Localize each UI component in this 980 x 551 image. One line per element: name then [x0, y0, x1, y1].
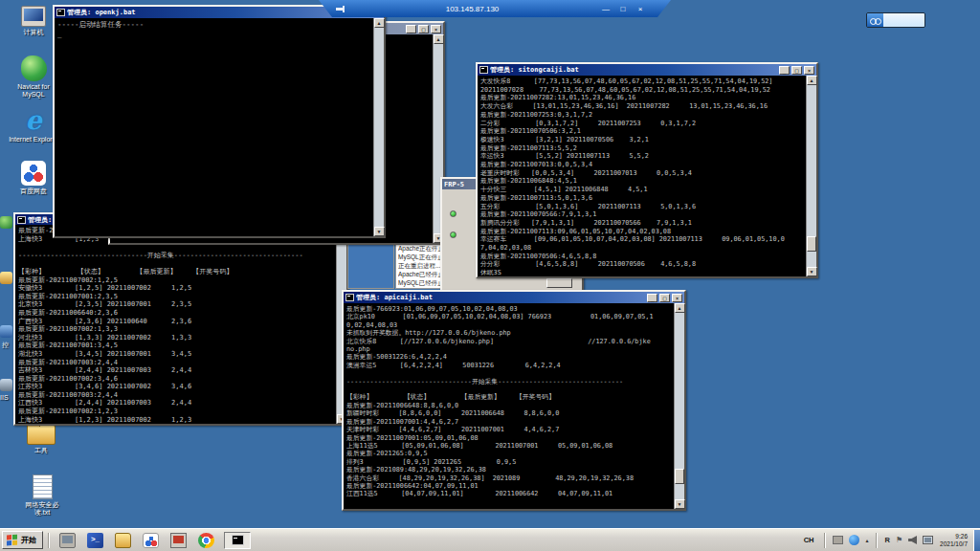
openkj-window-title: 管理员: openkj.bat [67, 8, 345, 17]
desktop-icon-label: 工具 [15, 447, 67, 454]
scroll-up-icon[interactable]: ▲ [434, 34, 444, 44]
tray-r-icon[interactable]: R [884, 536, 889, 544]
quicklaunch-remote-tool-icon[interactable] [170, 533, 187, 548]
caiji-terminal-output: 最后更新-20211007002:1 上海快3 [1,2,3 ---------… [15, 225, 346, 424]
openkj-terminal-output: -----启动结算任务----- _ [55, 18, 384, 236]
caiji-terminal-text: 最后更新-20211007002:1 上海快3 [1,2,3 ---------… [15, 225, 346, 424]
partial-desktop-icon[interactable] [0, 325, 12, 338]
rdp-connection-bar[interactable]: 103.145.87.130 — □ × [319, 0, 671, 17]
computer-icon [21, 6, 46, 27]
background-window-fragment [347, 237, 394, 289]
sitong-window-title: 管理员: sitongcaiji.bat [490, 65, 777, 75]
minimize-button[interactable]: _ [406, 25, 416, 33]
pin-icon[interactable] [336, 5, 345, 13]
scroll-up-icon[interactable]: ▲ [807, 76, 817, 85]
maximize-button[interactable]: □ [659, 294, 670, 302]
navicat-icon [21, 55, 47, 81]
rdp-minimize-button[interactable]: — [600, 5, 612, 13]
taskbar-separator [48, 533, 49, 548]
tray-app-icon[interactable] [849, 535, 859, 545]
scrollbar-thumb[interactable] [675, 469, 684, 484]
status-green-dot [450, 210, 457, 217]
rdp-restore-button[interactable]: □ [617, 5, 629, 13]
quicklaunch-powershell-icon[interactable] [87, 533, 103, 548]
minimize-button[interactable]: _ [779, 66, 790, 75]
volume-icon[interactable] [908, 536, 917, 544]
maximize-button[interactable]: □ [418, 25, 429, 33]
desktop-icon-label: 百度网盘 [8, 187, 59, 195]
text-file-icon [33, 474, 53, 499]
rdp-address: 103.145.87.130 [345, 5, 600, 13]
desktop-icon-label: 网络安全必读.txt [21, 501, 63, 517]
widget-logo-icon [867, 13, 883, 27]
cmd-icon [56, 9, 65, 16]
tray-clock[interactable]: 9:26 2021/10/7 [940, 533, 968, 548]
remote-desktop-screen: { "remote_bar": {"title": "103.145.87.13… [0, 0, 980, 551]
rdp-close-button[interactable]: × [635, 5, 646, 13]
api-terminal-output: 最后更新-766923:01,06,09,07,05,10,02,04,08,0… [344, 303, 684, 509]
scroll-down-icon[interactable]: ▼ [675, 499, 685, 509]
taskbar-separator [876, 533, 877, 548]
internet-explorer-icon [20, 107, 47, 134]
sitong-scrollbar[interactable]: ▲ ▼ [806, 76, 816, 276]
partial-desktop-icon[interactable] [0, 379, 12, 391]
sitong-title-bar[interactable]: 管理员: sitongcaiji.bat _ □ × [478, 64, 816, 76]
desktop-icon-ie[interactable]: Internet Explorer [8, 107, 59, 143]
api-scrollbar[interactable]: ▲ ▼ [674, 303, 684, 509]
scroll-down-icon[interactable]: ▼ [807, 267, 817, 276]
close-button[interactable]: × [672, 294, 682, 302]
clock-time: 9:26 [955, 533, 968, 540]
maximize-button[interactable]: □ [791, 66, 802, 75]
cmd-icon [17, 216, 26, 224]
partial-desktop-icon[interactable] [0, 272, 12, 284]
taskbar: 开始 CH ▴ R ⚑ 9:26 2021/10/7 [0, 528, 980, 551]
close-button[interactable]: × [804, 66, 814, 75]
quicklaunch-baidu-netdisk-icon[interactable] [143, 533, 159, 548]
show-desktop-button[interactable] [973, 530, 980, 551]
tray-device-icon[interactable] [833, 536, 843, 544]
tray-flag-icon[interactable]: ⚑ [896, 536, 902, 544]
frp-button[interactable] [546, 278, 572, 288]
start-button[interactable]: 开始 [2, 531, 43, 549]
desktop-icon-security-txt[interactable]: 网络安全必读.txt [13, 474, 71, 517]
desktop-icon-navicat[interactable]: Navicat for MySQL [8, 55, 59, 99]
tray-expand-icon[interactable]: ▴ [865, 537, 868, 543]
desktop-icon-label: Internet Explorer [8, 136, 59, 143]
network-icon[interactable] [923, 536, 933, 544]
clock-date: 2021/10/7 [940, 540, 968, 547]
start-button-label: 开始 [21, 535, 36, 545]
partial-desktop-icon[interactable] [0, 216, 12, 229]
cmd-window-apicaiji: 管理员: apicaiji.bat _ □ × 最后更新-766923:01,0… [342, 290, 686, 511]
partial-icon-label: IIS [0, 394, 9, 401]
minimize-button[interactable]: _ [647, 294, 657, 302]
openkj-scrollbar[interactable]: ▲ ▼ [373, 18, 384, 236]
sitong-terminal-output: 大发快乐8 [77,73,13,56,07,48,60,05,67,02,12,… [478, 76, 816, 276]
desktop-widget[interactable] [866, 12, 925, 28]
scrollbar-thumb[interactable] [807, 236, 816, 252]
cmd-icon [345, 294, 354, 301]
api-title-bar[interactable]: 管理员: apicaiji.bat _ □ × [344, 292, 684, 303]
desktop-icon-tools-folder[interactable]: 工具 [15, 425, 67, 454]
language-indicator[interactable]: CH [801, 535, 817, 545]
scroll-down-icon[interactable]: ▼ [374, 227, 385, 236]
quicklaunch-explorer-icon[interactable] [115, 533, 131, 548]
desktop-icon-label: Navicat for MySQL [8, 83, 59, 99]
scroll-up-icon[interactable]: ▲ [675, 303, 685, 313]
scroll-up-icon[interactable]: ▲ [374, 18, 385, 28]
desktop-icon-baidupan[interactable]: 百度网盘 [8, 161, 59, 195]
api-window-title: 管理员: apicaiji.bat [356, 293, 645, 302]
quicklaunch-chrome-icon[interactable] [198, 533, 214, 548]
desktop-icon-computer[interactable]: 计算机 [8, 6, 59, 36]
system-tray: CH ▴ R ⚑ 9:26 2021/10/7 [798, 529, 980, 551]
close-button[interactable]: × [431, 25, 441, 33]
taskbar-button-cmd[interactable] [224, 532, 251, 549]
quicklaunch-system-tool-icon[interactable] [59, 533, 76, 548]
widget-body[interactable] [883, 13, 924, 27]
folder-icon [27, 425, 56, 445]
cmd-icon [232, 535, 244, 545]
desktop-icon-label: 计算机 [8, 29, 59, 36]
sitong-terminal-text: 大发快乐8 [77,73,13,56,07,48,60,05,67,02,12,… [478, 76, 816, 276]
cmd-window-sitongcaiji: 管理员: sitongcaiji.bat _ □ × 大发快乐8 [77,73,… [476, 62, 818, 278]
partial-icon-label: 控 [2, 341, 9, 350]
cmd-icon [479, 66, 488, 74]
